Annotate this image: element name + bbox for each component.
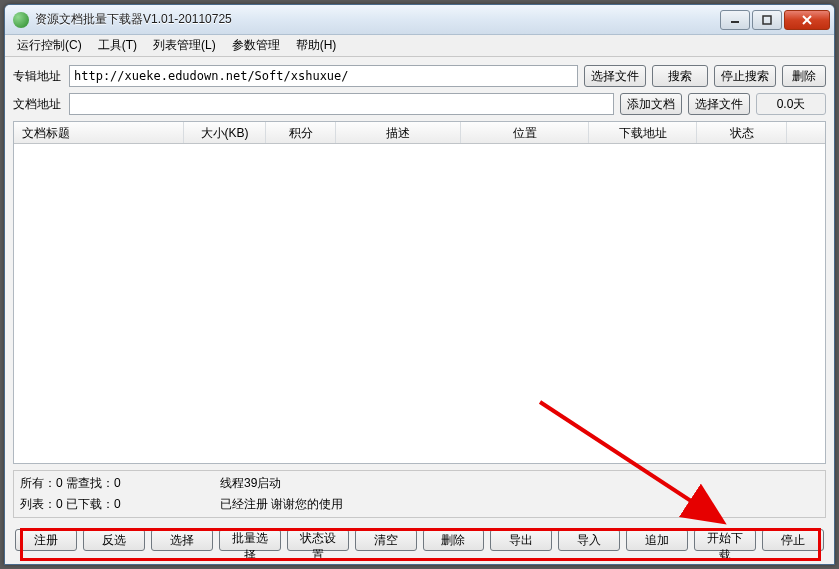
window-title: 资源文档批量下载器V1.01-20110725 [35,11,718,28]
app-icon [13,12,29,28]
col-points[interactable]: 积分 [266,122,336,143]
delete-button[interactable]: 删除 [423,529,485,551]
stop-search-button[interactable]: 停止搜索 [714,65,776,87]
bottom-toolbar: 注册 反选 选择 批量选择 状态设置 清空 删除 导出 导入 追加 开始下载 停… [13,524,826,556]
col-desc[interactable]: 描述 [336,122,461,143]
export-button[interactable]: 导出 [490,529,552,551]
batch-select-button[interactable]: 批量选择 [219,529,281,551]
select-file-button-1[interactable]: 选择文件 [584,65,646,87]
status-all-need: 所有：0 需查找：0 [20,475,210,492]
doc-url-label: 文档地址 [13,96,63,113]
maximize-icon [762,15,772,25]
minimize-icon [730,15,740,25]
search-button[interactable]: 搜索 [652,65,708,87]
status-list-dl: 列表：0 已下载：0 [20,496,210,513]
col-location[interactable]: 位置 [461,122,589,143]
window-controls [718,10,830,30]
status-thread: 线程39启动 [220,475,819,492]
invert-select-button[interactable]: 反选 [83,529,145,551]
start-download-button[interactable]: 开始下载 [694,529,756,551]
menu-tools[interactable]: 工具(T) [90,35,145,56]
register-button[interactable]: 注册 [15,529,77,551]
content-area: 专辑地址 选择文件 搜索 停止搜索 删除 文档地址 添加文档 选择文件 0.0天… [5,57,834,564]
import-button[interactable]: 导入 [558,529,620,551]
select-button[interactable]: 选择 [151,529,213,551]
menu-list-manage[interactable]: 列表管理(L) [145,35,224,56]
album-url-row: 专辑地址 选择文件 搜索 停止搜索 删除 [13,65,826,87]
doc-url-input[interactable] [69,93,614,115]
table-body[interactable] [14,144,825,463]
titlebar: 资源文档批量下载器V1.01-20110725 [5,5,834,35]
svg-rect-1 [763,16,771,24]
maximize-button[interactable] [752,10,782,30]
col-title[interactable]: 文档标题 [14,122,184,143]
close-icon [801,15,813,25]
col-dlurl[interactable]: 下载地址 [589,122,697,143]
album-url-label: 专辑地址 [13,68,63,85]
minimize-button[interactable] [720,10,750,30]
days-display: 0.0天 [756,93,826,115]
menu-param-manage[interactable]: 参数管理 [224,35,288,56]
table-header: 文档标题 大小(KB) 积分 描述 位置 下载地址 状态 [14,122,825,144]
stop-button[interactable]: 停止 [762,529,824,551]
state-setting-button[interactable]: 状态设置 [287,529,349,551]
col-size[interactable]: 大小(KB) [184,122,266,143]
col-status[interactable]: 状态 [697,122,787,143]
app-window: 资源文档批量下载器V1.01-20110725 运行控制(C) 工具(T) 列表… [4,4,835,565]
menu-run-control[interactable]: 运行控制(C) [9,35,90,56]
clear-button[interactable]: 清空 [355,529,417,551]
append-button[interactable]: 追加 [626,529,688,551]
album-url-input[interactable] [69,65,578,87]
close-button[interactable] [784,10,830,30]
menu-help[interactable]: 帮助(H) [288,35,345,56]
delete-url-button[interactable]: 删除 [782,65,826,87]
status-registered: 已经注册 谢谢您的使用 [220,496,819,513]
doc-url-row: 文档地址 添加文档 选择文件 0.0天 [13,93,826,115]
menubar: 运行控制(C) 工具(T) 列表管理(L) 参数管理 帮助(H) [5,35,834,57]
add-doc-button[interactable]: 添加文档 [620,93,682,115]
select-file-button-2[interactable]: 选择文件 [688,93,750,115]
status-panel: 所有：0 需查找：0 线程39启动 列表：0 已下载：0 已经注册 谢谢您的使用 [13,470,826,518]
document-table: 文档标题 大小(KB) 积分 描述 位置 下载地址 状态 [13,121,826,464]
